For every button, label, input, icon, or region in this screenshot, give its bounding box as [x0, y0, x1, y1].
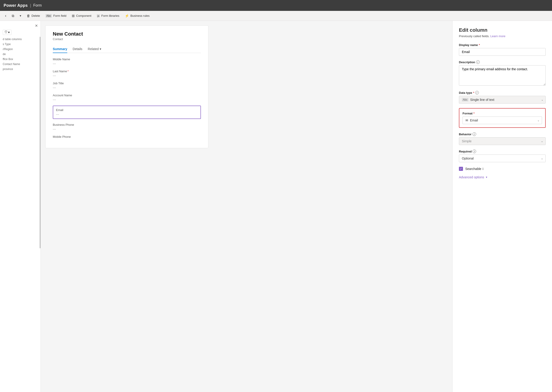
format-chevron-icon: ⌄ [537, 119, 539, 122]
format-select-wrapper: ✉ Email ⌄ [462, 117, 542, 124]
filter-icon: ⛉ [5, 31, 7, 34]
sidebar-section-9: province [0, 67, 41, 72]
learn-more-link[interactable]: Learn more [490, 35, 505, 38]
tab-related-chevron-icon: ▾ [100, 47, 101, 51]
field-middle-name: Middle Name --- [53, 57, 201, 65]
format-select[interactable]: ✉ Email ⌄ [462, 117, 542, 124]
top-bar: Power Apps | Form [0, 0, 552, 11]
checkmark-icon: ✓ [460, 167, 462, 170]
formfield-button[interactable]: Abc Form field [43, 13, 69, 19]
field-last-name: Last Name* --- [53, 70, 201, 77]
behavior-chevron-icon: ⌄ [541, 140, 543, 143]
field-job-title-value: --- [53, 86, 201, 90]
copy-button[interactable]: ⧉ [9, 13, 17, 19]
display-name-label: Display name * [459, 43, 546, 47]
dropdown-button[interactable]: ▾ [17, 13, 24, 19]
description-group: Description i Type the primary email add… [459, 60, 546, 86]
required-value: Optional [462, 157, 474, 160]
behavior-group: Behavior i Simple ⌄ [459, 132, 546, 145]
behavior-info-icon: i [472, 132, 476, 136]
tab-related-label: Related [88, 47, 99, 51]
searchable-checkbox[interactable]: ✓ [459, 167, 463, 171]
description-info-icon: i [476, 60, 480, 64]
data-type-value: Single line of text [470, 98, 495, 102]
tab-related[interactable]: Related ▾ [88, 45, 101, 53]
display-name-required-star: * [479, 43, 480, 47]
field-email-highlighted[interactable]: Email --- [53, 105, 201, 119]
businessrules-button[interactable]: ⚡ Business rules [123, 13, 152, 19]
advanced-options-chevron-icon: ▾ [486, 176, 487, 179]
behavior-label: Behavior i [459, 132, 546, 136]
app-section: Form [33, 3, 42, 7]
businessrules-label: Business rules [131, 14, 150, 17]
formlibraries-button[interactable]: js Form libraries [95, 13, 121, 19]
field-account-name-value: --- [53, 98, 201, 102]
sidebar-section-8: Contact Name [0, 62, 41, 67]
component-button[interactable]: ⊞ Component [69, 13, 94, 19]
formfield-label: Form field [53, 14, 66, 17]
description-label: Description i [459, 60, 546, 64]
field-job-title: Job Title --- [53, 82, 201, 90]
formfield-icon: Abc [46, 14, 52, 18]
delete-button[interactable]: 🗑 Delete [24, 13, 42, 19]
searchable-label: Searchable [465, 167, 481, 171]
field-account-name-label: Account Name [53, 94, 201, 97]
formlibraries-label: Form libraries [101, 14, 119, 17]
sidebar-section-7: ffice Box [0, 57, 41, 62]
main-layout: ✕ ⛉ ▾ d table columns s Type //Region de… [0, 21, 552, 392]
searchable-label-row: Searchable i [465, 167, 483, 171]
chevron-down-icon: ▾ [20, 14, 21, 17]
close-icon: ✕ [35, 24, 38, 28]
advanced-options-row[interactable]: Advanced options ▾ [459, 175, 546, 179]
field-business-phone: Business Phone --- [53, 123, 201, 131]
form-subtitle: Contact [53, 37, 201, 41]
field-last-name-label: Last Name* [53, 70, 201, 73]
delete-icon: 🗑 [27, 14, 30, 18]
tab-details[interactable]: Details [73, 45, 83, 53]
behavior-select[interactable]: Simple ⌄ [459, 137, 546, 145]
last-name-required-star: * [68, 70, 69, 73]
data-type-select[interactable]: Abc Single line of text ⌄ [459, 96, 546, 104]
required-chevron-icon: ⌄ [541, 157, 543, 160]
field-email-label: Email [56, 108, 198, 112]
data-type-info-icon: i [475, 91, 479, 94]
display-name-input[interactable] [459, 48, 546, 56]
required-select[interactable]: Optional ⌄ [459, 154, 546, 162]
edit-panel-subtitle-text: Previously called fields. [459, 35, 490, 38]
back-icon: ‹ [5, 13, 6, 18]
form-area: New Contact Contact Summary Details Rela… [41, 21, 452, 392]
field-business-phone-value: --- [53, 127, 201, 131]
data-type-required-star: * [473, 91, 474, 94]
required-label: Required i [459, 150, 546, 153]
searchable-row: ✓ Searchable i [459, 167, 546, 171]
sidebar-section-1: d table columns [0, 37, 41, 42]
field-job-title-label: Job Title [53, 82, 201, 85]
sidebar-filter-button[interactable]: ⛉ ▾ [3, 30, 12, 35]
data-type-label: Data type * i [459, 91, 546, 94]
field-account-name: Account Name --- [53, 94, 201, 102]
component-label: Component [76, 14, 91, 17]
format-value: Email [470, 119, 478, 122]
advanced-options-label: Advanced options [459, 175, 484, 179]
description-input[interactable]: Type the primary email address for the c… [459, 65, 546, 86]
tab-summary[interactable]: Summary [53, 45, 67, 53]
copy-icon: ⧉ [12, 14, 14, 18]
businessrules-icon: ⚡ [125, 14, 129, 18]
app-name: Power Apps [4, 3, 28, 8]
sidebar-close-button[interactable]: ✕ [35, 24, 38, 28]
behavior-select-wrapper: Simple ⌄ [459, 137, 546, 145]
field-last-name-value: --- [53, 74, 201, 77]
sidebar-section-5: de [0, 52, 41, 57]
email-icon: ✉ [465, 119, 468, 122]
back-button[interactable]: ‹ [3, 12, 9, 19]
filter-chevron-icon: ▾ [8, 31, 10, 34]
format-section: Format * ✉ Email ⌄ [459, 108, 546, 128]
edit-panel: Edit column Previously called fields. Le… [452, 21, 552, 392]
format-label: Format * [462, 112, 542, 115]
toolbar: ‹ ⧉ ▾ 🗑 Delete Abc Form field ⊞ Componen… [0, 11, 552, 21]
sidebar-scrollable: d table columns s Type //Region de ffice… [0, 37, 41, 389]
top-bar-separator: | [30, 3, 31, 8]
form-title: New Contact [53, 31, 201, 37]
field-mobile-phone-label: Mobile Phone [53, 135, 201, 139]
field-business-phone-label: Business Phone [53, 123, 201, 126]
